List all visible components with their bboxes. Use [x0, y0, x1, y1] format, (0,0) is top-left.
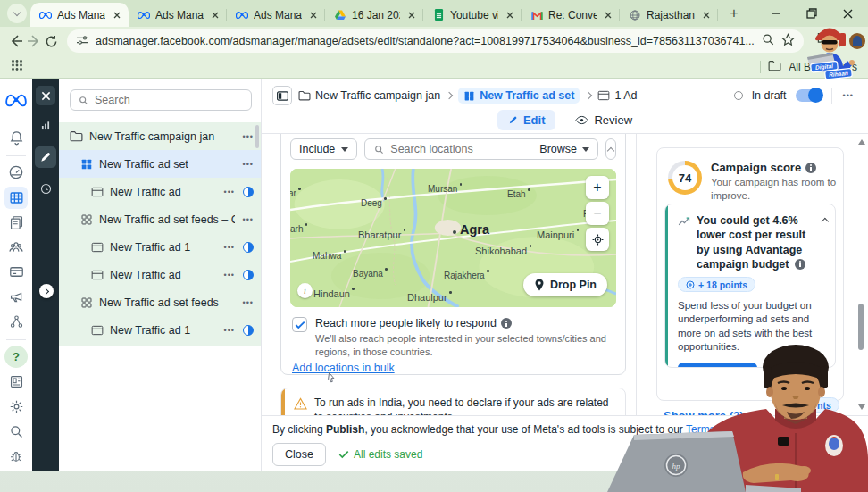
row-menu-icon[interactable]: ••• [241, 298, 255, 307]
tab-rajasthan-pin[interactable]: Rajasthan PIN [620, 3, 718, 27]
map-city-label: Etah [507, 189, 526, 199]
performance-chart-icon[interactable] [36, 116, 55, 136]
tab-gmail[interactable]: Re: Conversati [522, 3, 620, 27]
tab-ads-manager-3[interactable]: Ads Manager [227, 3, 325, 27]
scroll-up-icon[interactable] [858, 139, 865, 145]
tree-row-adset-feeds[interactable]: New Traffic ad set feeds ••• [59, 288, 261, 316]
map-locate-button[interactable] [586, 228, 609, 251]
new-tab-button[interactable]: + [723, 3, 745, 24]
back-icon[interactable] [9, 29, 23, 53]
row-menu-icon[interactable]: ••• [222, 326, 237, 335]
tree-row-ad1b[interactable]: New Traffic ad 1 ••• [59, 316, 261, 344]
search-icon[interactable] [762, 33, 774, 49]
advertising-settings-icon[interactable] [4, 286, 28, 308]
forward-icon[interactable] [27, 29, 41, 53]
location-map[interactable]: ar Deeg Mursan Etah Fa b arh Bharatpur A… [290, 169, 616, 307]
tree-row-adset-selected[interactable]: New Traffic ad set ••• [59, 150, 261, 178]
campaigns-icon[interactable] [4, 187, 28, 209]
tab-close-icon[interactable] [209, 9, 221, 21]
tab-close-icon[interactable] [307, 9, 320, 21]
tab-close-icon[interactable] [602, 9, 614, 21]
breadcrumb-ad-label: 1 Ad [614, 89, 637, 102]
score-gauge: 74 [668, 161, 702, 195]
row-menu-icon[interactable]: ••• [222, 243, 237, 252]
recommendation-title: You could get 4.6% lower cost per result… [697, 213, 817, 271]
location-search-input[interactable] [390, 143, 534, 155]
breadcrumb-campaign[interactable]: New Traffic campaign jan [298, 89, 440, 102]
tab-close-icon[interactable] [504, 9, 516, 21]
billing-icon[interactable] [4, 262, 28, 284]
row-menu-icon[interactable]: ••• [222, 271, 237, 279]
browse-label: Browse [539, 143, 577, 155]
account-overview-icon[interactable] [4, 162, 28, 184]
info-icon[interactable] [795, 259, 805, 270]
edit-tab[interactable]: Edit [497, 110, 556, 130]
updates-icon[interactable] [4, 371, 28, 393]
row-menu-icon[interactable]: ••• [241, 160, 255, 169]
row-menu-icon[interactable]: ••• [222, 188, 237, 196]
info-icon[interactable] [501, 318, 512, 329]
tab-youtube-sheet[interactable]: Youtube video [423, 3, 522, 27]
help-icon[interactable]: ? [4, 346, 28, 368]
restore-button[interactable] [805, 7, 818, 20]
collapse-sidebar-icon[interactable] [272, 86, 292, 105]
tab-close-icon[interactable] [405, 9, 418, 21]
reload-icon[interactable] [45, 29, 58, 53]
map-zoom-out-button[interactable]: − [586, 202, 609, 225]
map-info-icon[interactable]: i [297, 283, 313, 298]
row-menu-icon[interactable]: ••• [241, 132, 255, 141]
tab-close-icon[interactable] [111, 9, 123, 21]
apps-grid-icon[interactable] [11, 59, 23, 74]
bookmark-star-icon[interactable] [781, 33, 795, 50]
all-edits-saved: All edits saved [338, 448, 422, 461]
expand-panel-icon[interactable] [39, 284, 54, 298]
drop-pin-button[interactable]: Drop Pin [523, 273, 607, 296]
info-icon[interactable] [805, 163, 816, 173]
audiences-icon[interactable] [4, 237, 28, 259]
breadcrumb-adset[interactable]: New Traffic ad set [458, 88, 580, 104]
events-manager-icon[interactable] [4, 311, 28, 333]
site-settings-icon[interactable] [76, 33, 88, 49]
tab-ads-manager-2[interactable]: Ads Manager [129, 3, 227, 27]
notifications-bell-icon[interactable] [4, 127, 28, 149]
tree-search-box[interactable] [70, 89, 252, 111]
url-bar[interactable]: adsmanager.facebook.com/adsmanager/manag… [67, 29, 804, 53]
close-editor-icon[interactable] [36, 86, 55, 105]
tree-search-input[interactable] [95, 94, 244, 106]
tree-row-adset-copy[interactable]: New Traffic ad set feeds – Copy ••• [59, 205, 261, 233]
header-menu-icon[interactable]: ••• [841, 91, 855, 100]
tree-row-campaign[interactable]: New Traffic campaign jan ••• [59, 122, 261, 150]
tree-row-ad[interactable]: New Traffic ad ••• [59, 261, 261, 288]
tab-close-icon[interactable] [700, 9, 713, 21]
tab-drive-doc[interactable]: 16 Jan 2026 - [325, 3, 423, 27]
browse-dropdown[interactable]: Browse [539, 143, 589, 155]
history-clock-icon[interactable] [36, 179, 55, 198]
collapse-recommendation-icon[interactable] [822, 218, 829, 225]
breadcrumb-ad[interactable]: 1 Ad [597, 89, 637, 102]
tree-row-ad[interactable]: New Traffic ad ••• [59, 178, 261, 205]
tree-row-ad1[interactable]: New Traffic ad 1 ••• [59, 233, 261, 261]
tab-ads-manager-1[interactable]: Ads Manager [30, 3, 129, 27]
map-city-label: Dhaulpur [407, 292, 447, 303]
tab-search-chevron-icon[interactable] [7, 4, 27, 23]
close-button[interactable]: Close [272, 443, 326, 466]
row-menu-icon[interactable]: ••• [241, 215, 255, 224]
settings-gear-icon[interactable] [4, 396, 28, 418]
map-zoom-in-button[interactable]: + [586, 176, 609, 199]
collapse-section-button[interactable] [605, 138, 616, 160]
search-rail-icon[interactable] [4, 421, 28, 443]
ads-reporting-icon[interactable] [4, 212, 28, 234]
folder-icon [298, 90, 311, 101]
add-locations-bulk-link[interactable]: Add locations in bulk [292, 362, 395, 374]
meta-logo-icon[interactable] [4, 89, 28, 112]
include-dropdown[interactable]: Include [290, 138, 357, 160]
tree-scrollbar[interactable] [255, 125, 259, 148]
close-window-button[interactable] [841, 7, 854, 20]
reach-more-checkbox[interactable] [292, 317, 307, 332]
draft-toggle[interactable] [796, 89, 822, 102]
minimize-button[interactable] [770, 7, 782, 20]
edit-pencil-icon[interactable] [35, 146, 56, 168]
location-search-box[interactable]: Browse [364, 138, 598, 160]
review-tab[interactable]: Review [575, 113, 632, 127]
bug-report-icon[interactable] [4, 446, 28, 468]
